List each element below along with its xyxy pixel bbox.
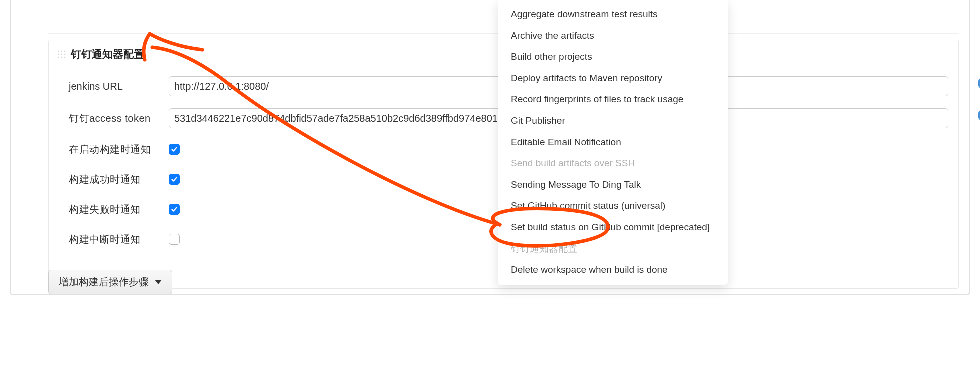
dropdown-item: Send build artifacts over SSH	[498, 153, 728, 174]
config-panel: 钉钉通知器配置 jenkins URL 钉钉access token 在启动构建…	[10, 0, 970, 295]
checkbox-notify-start[interactable]	[169, 144, 180, 155]
dropdown-item[interactable]: Set build status on GitHub commit [depre…	[498, 217, 728, 238]
label-notify-success: 构建成功时通知	[69, 173, 169, 186]
dropdown-item[interactable]: Deploy artifacts to Maven repository	[498, 68, 728, 90]
svg-point-5	[64, 54, 66, 56]
help-icon[interactable]: ?	[978, 77, 980, 90]
svg-point-6	[58, 57, 60, 58]
svg-point-1	[62, 51, 63, 52]
label-access-token: 钉钉access token	[69, 112, 169, 126]
dropdown-item[interactable]: Delete workspace when build is done	[498, 260, 728, 281]
label-jenkins-url: jenkins URL	[69, 81, 169, 92]
drag-handle-icon[interactable]	[57, 50, 67, 60]
checkbox-notify-success[interactable]	[169, 174, 180, 185]
add-step-label: 增加构建后操作步骤	[59, 276, 149, 289]
dropdown-item: 钉钉通知器配置	[498, 238, 728, 260]
section-title: 钉钉通知器配置	[71, 48, 144, 62]
label-notify-failure: 构建失败时通知	[69, 203, 169, 216]
checkbox-notify-failure[interactable]	[169, 204, 180, 215]
checkbox-notify-abort[interactable]	[169, 234, 180, 245]
chevron-down-icon	[155, 280, 162, 284]
add-post-build-step-button[interactable]: 增加构建后操作步骤	[48, 270, 172, 294]
dropdown-item[interactable]: Editable Email Notification	[498, 132, 728, 154]
svg-point-7	[62, 57, 63, 58]
svg-point-8	[64, 57, 66, 58]
svg-point-0	[58, 51, 60, 52]
svg-point-3	[58, 54, 60, 56]
dropdown-item[interactable]: Archive the artifacts	[498, 26, 728, 47]
dropdown-item[interactable]: Build other projects	[498, 46, 728, 68]
label-notify-abort: 构建中断时通知	[69, 233, 169, 246]
svg-point-2	[64, 51, 66, 52]
dropdown-item[interactable]: Git Publisher	[498, 110, 728, 132]
dropdown-item[interactable]: Set GitHub commit status (universal)	[498, 196, 728, 217]
dropdown-item[interactable]: Record fingerprints of files to track us…	[498, 89, 728, 110]
help-icon[interactable]: ?	[978, 109, 980, 122]
dropdown-item[interactable]: Aggregate downstream test results	[498, 4, 728, 26]
label-notify-start: 在启动构建时通知	[69, 143, 169, 156]
dropdown-item[interactable]: Sending Message To Ding Talk	[498, 174, 728, 196]
post-build-actions-dropdown: Aggregate downstream test resultsArchive…	[498, 0, 728, 285]
svg-point-4	[62, 54, 63, 56]
